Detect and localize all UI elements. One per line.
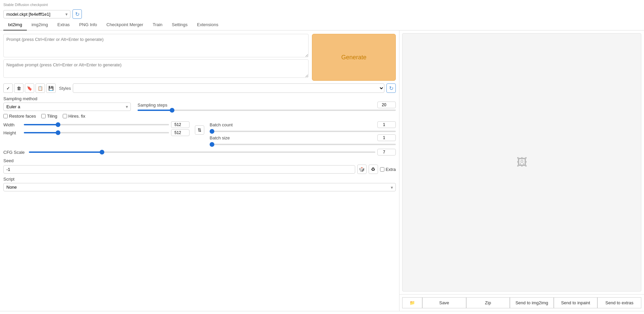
tab-train[interactable]: Train [148,19,167,30]
hires-fix-checkbox[interactable]: Hires. fix [63,114,86,119]
cfg-scale-value[interactable] [377,149,396,155]
batch-size-slider[interactable] [210,144,396,145]
generate-button[interactable]: Generate [312,34,396,81]
tabs-bar: txt2img img2img Extras PNG Info Checkpoi… [0,19,644,30]
styles-refresh-button[interactable]: ↻ [386,83,396,93]
checkpoint-refresh-button[interactable]: ↻ [72,9,82,19]
tab-settings[interactable]: Settings [167,19,192,30]
send-to-inpaint-button[interactable]: Send to inpaint [554,297,598,308]
tab-img2img[interactable]: img2img [27,19,53,30]
output-image-area: 🖼 [402,33,641,292]
prompt-input[interactable] [3,34,309,57]
sampling-steps-value[interactable] [377,102,396,108]
script-label: Script [3,177,14,182]
cfg-scale-slider[interactable] [29,151,375,153]
tiling-checkbox[interactable]: Tiling [41,114,57,119]
width-value[interactable] [171,121,190,128]
sampling-method-select[interactable]: Euler a [3,103,131,111]
seed-label: Seed [3,158,13,163]
trash-button[interactable]: 🗑 [14,83,23,93]
sampling-steps-label: Sampling steps [138,103,167,108]
styles-select[interactable] [73,83,384,93]
recycle-seed-button[interactable]: ♻ [369,165,378,174]
negative-prompt-input[interactable] [3,59,309,78]
tab-txt2img[interactable]: txt2img [3,19,27,30]
tab-extensions[interactable]: Extensions [192,19,223,30]
action-bar: 📁 Save Zip Send to img2img Send to inpai… [399,294,644,311]
tab-checkpoint-merger[interactable]: Checkpoint Merger [102,19,148,30]
sampling-steps-slider[interactable] [138,110,396,111]
height-slider[interactable] [24,132,169,133]
batch-count-slider[interactable] [210,131,396,132]
batch-size-label: Batch size [210,135,230,140]
image-placeholder-icon: 🖼 [517,156,527,169]
styles-row: ✓ 🗑 🔖 📋 💾 Styles ↻ [3,83,396,93]
extra-checkbox[interactable]: Extra [380,167,396,172]
send-to-extras-button[interactable]: Send to extras [597,297,641,308]
width-slider[interactable] [24,124,169,125]
styles-label: Styles [59,86,71,91]
save-style-button[interactable]: 💾 [46,83,56,93]
footer: API • Github • Gradio • Reload UI CSDN @… [0,311,644,314]
batch-count-label: Batch count [210,122,233,127]
bookmark-button[interactable]: 🔖 [25,83,34,93]
zip-button[interactable]: Zip [466,297,510,308]
checkpoint-select[interactable]: model.ckpt [fe4efff1e1] [3,10,70,18]
save-button[interactable]: Save [422,297,466,308]
width-label: Width [3,122,22,127]
batch-size-value[interactable] [377,134,396,141]
send-to-img2img-button[interactable]: Send to img2img [510,297,554,308]
restore-faces-checkbox[interactable]: Restore faces [3,114,36,119]
swap-dimensions-button[interactable]: ⇅ [195,125,204,135]
clipboard-button[interactable]: 📋 [36,83,45,93]
tab-extras[interactable]: Extras [53,19,74,30]
dice-button[interactable]: 🎲 [357,165,367,174]
script-select[interactable]: None [3,183,396,191]
sampling-method-label: Sampling method [3,96,131,101]
batch-count-value[interactable] [377,121,396,128]
check-button[interactable]: ✓ [3,83,13,93]
height-label: Height [3,130,22,135]
checkpoint-label: Stable Diffusion checkpoint [3,3,641,7]
checkboxes-row: Restore faces Tiling Hires. fix [3,114,396,119]
open-folder-button[interactable]: 📁 [402,297,422,308]
height-value[interactable] [171,129,190,136]
tab-png-info[interactable]: PNG Info [74,19,102,30]
seed-input[interactable] [3,165,355,174]
cfg-scale-label: CFG Scale [3,150,27,155]
